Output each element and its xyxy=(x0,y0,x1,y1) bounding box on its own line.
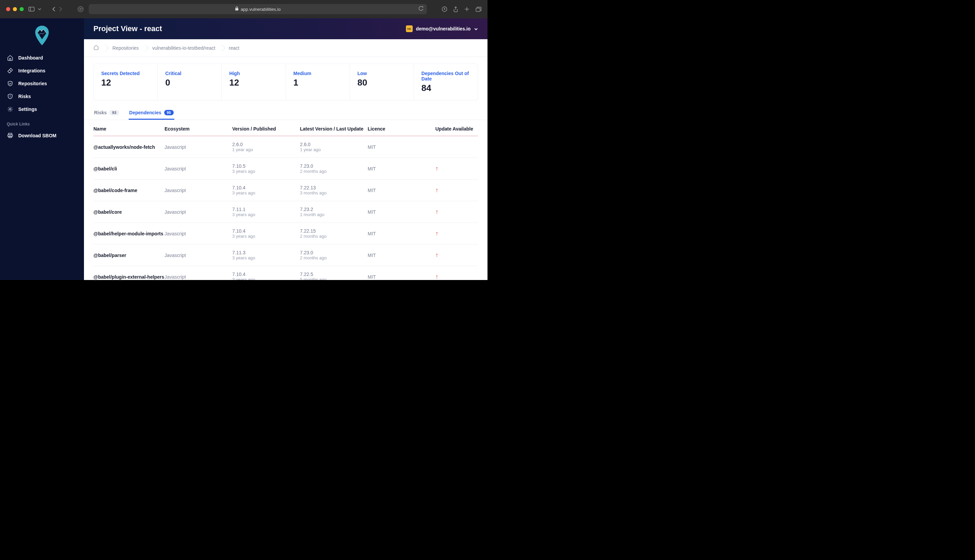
chevron-down-icon xyxy=(474,26,478,32)
col-licence[interactable]: Licence xyxy=(368,126,435,132)
dep-latest: 7.22.152 months ago xyxy=(300,228,368,239)
dep-version: 7.11.13 years ago xyxy=(232,207,300,217)
dep-name: @babel/core xyxy=(94,209,164,215)
app-logo xyxy=(0,25,84,47)
stat-secrets[interactable]: Secrets Detected 12 xyxy=(94,64,158,100)
share-icon[interactable] xyxy=(453,7,458,12)
svg-rect-3 xyxy=(235,8,238,10)
dep-ecosystem: Javascript xyxy=(164,274,232,280)
dep-version: 7.10.43 years ago xyxy=(232,272,300,280)
table-row[interactable]: @babel/plugin-external-helpersJavascript… xyxy=(94,266,478,280)
col-version[interactable]: Version / Published xyxy=(232,126,300,132)
dep-licence: MIT xyxy=(368,188,435,193)
user-menu[interactable]: DE demo@vulnerabilities.io xyxy=(406,25,478,32)
dep-update: ↑ xyxy=(435,252,487,259)
arrow-up-icon: ↑ xyxy=(435,273,438,280)
col-name[interactable]: Name xyxy=(94,126,164,132)
dep-name: @babel/plugin-external-helpers xyxy=(94,274,164,280)
sidebar-item-settings[interactable]: Settings xyxy=(0,103,84,116)
page-header: Project View - react DE demo@vulnerabili… xyxy=(84,18,487,39)
dep-name: @actuallyworks/node-fetch xyxy=(94,144,164,150)
maximize-window[interactable] xyxy=(20,7,24,11)
table-row[interactable]: @actuallyworks/node-fetchJavascript2.6.0… xyxy=(94,136,478,158)
user-email: demo@vulnerabilities.io xyxy=(416,26,471,32)
table-row[interactable]: @babel/helper-module-importsJavascript7.… xyxy=(94,223,478,245)
window-controls xyxy=(6,7,24,11)
dep-ecosystem: Javascript xyxy=(164,166,232,172)
dep-latest: 7.23.02 months ago xyxy=(300,163,368,174)
arrow-up-icon: ↑ xyxy=(435,165,438,172)
dep-licence: MIT xyxy=(368,166,435,172)
stat-low[interactable]: Low 80 xyxy=(350,64,414,100)
dep-ecosystem: Javascript xyxy=(164,253,232,258)
col-update[interactable]: Update Available xyxy=(435,126,487,132)
new-tab-icon[interactable] xyxy=(464,7,470,12)
table-row[interactable]: @babel/cliJavascript7.10.53 years ago7.2… xyxy=(94,158,478,180)
page-title: Project View - react xyxy=(94,24,162,33)
dep-version: 7.11.33 years ago xyxy=(232,250,300,260)
table-row[interactable]: @babel/code-frameJavascript7.10.43 years… xyxy=(94,180,478,201)
tabs-overview-icon[interactable] xyxy=(476,7,482,12)
svg-point-6 xyxy=(10,108,11,110)
sidebar-toggle-icon[interactable] xyxy=(28,7,35,12)
tab-dependencies[interactable]: Dependencies 95 xyxy=(129,107,174,120)
dep-update: ↑ xyxy=(435,165,487,172)
sidebar: Dashboard Integrations Repositories Risk… xyxy=(0,18,84,280)
home-icon xyxy=(7,55,13,61)
col-ecosystem[interactable]: Ecosystem xyxy=(164,126,232,132)
forward-icon[interactable] xyxy=(59,7,62,12)
grammarly-icon[interactable] xyxy=(77,6,84,13)
dep-name: @babel/parser xyxy=(94,253,164,258)
breadcrumb-home[interactable] xyxy=(94,43,105,52)
browser-chrome: app.vulnerabilities.io xyxy=(0,0,487,18)
dep-licence: MIT xyxy=(368,209,435,215)
lock-icon xyxy=(235,7,239,12)
dep-licence: MIT xyxy=(368,231,435,237)
avatar: DE xyxy=(406,25,413,32)
breadcrumb-current: react xyxy=(221,44,246,52)
sidebar-item-risks[interactable]: Risks xyxy=(0,90,84,103)
sidebar-item-dashboard[interactable]: Dashboard xyxy=(0,52,84,64)
sidebar-label: Integrations xyxy=(18,68,45,73)
dep-update: ↑ xyxy=(435,230,487,237)
sidebar-item-download-sbom[interactable]: Download SBOM xyxy=(0,129,84,142)
breadcrumb-project[interactable]: vulnerabilities-io-testbed/react xyxy=(145,44,221,52)
dep-name: @babel/helper-module-imports xyxy=(94,231,164,237)
refresh-icon[interactable] xyxy=(418,6,423,12)
breadcrumb-repositories[interactable]: Repositories xyxy=(105,44,145,52)
minimize-window[interactable] xyxy=(13,7,17,11)
dep-ecosystem: Javascript xyxy=(164,209,232,215)
tabs: Risks 93 Dependencies 95 xyxy=(84,105,487,120)
tab-risks[interactable]: Risks 93 xyxy=(94,107,120,120)
address-bar[interactable]: app.vulnerabilities.io xyxy=(89,4,427,14)
printer-icon xyxy=(7,133,13,138)
back-icon[interactable] xyxy=(52,7,55,12)
dep-licence: MIT xyxy=(368,144,435,150)
arrow-up-icon: ↑ xyxy=(435,252,438,258)
dep-update: ↑ xyxy=(435,273,487,280)
stat-medium[interactable]: Medium 1 xyxy=(286,64,350,100)
chevron-down-icon[interactable] xyxy=(38,8,41,10)
badge-risks-count: 93 xyxy=(109,110,119,115)
dep-version: 7.10.53 years ago xyxy=(232,163,300,174)
badge-deps-count: 95 xyxy=(164,110,174,115)
table-row[interactable]: @babel/parserJavascript7.11.33 years ago… xyxy=(94,245,478,266)
stat-outdated[interactable]: Dependencies Out of Date 84 xyxy=(414,64,478,100)
col-latest[interactable]: Latest Version / Last Update xyxy=(300,126,368,132)
url-text: app.vulnerabilities.io xyxy=(241,7,281,12)
sidebar-item-repositories[interactable]: Repositories xyxy=(0,77,84,90)
home-icon xyxy=(94,46,99,51)
downloads-icon[interactable] xyxy=(442,7,447,12)
sidebar-item-integrations[interactable]: Integrations xyxy=(0,64,84,77)
stat-high[interactable]: High 12 xyxy=(222,64,286,100)
dep-latest: 7.23.02 months ago xyxy=(300,250,368,260)
quick-links-heading: Quick Links xyxy=(0,116,84,129)
dep-update: ↑ xyxy=(435,208,487,215)
close-window[interactable] xyxy=(6,7,10,11)
arrow-up-icon: ↑ xyxy=(435,187,438,193)
stat-critical[interactable]: Critical 0 xyxy=(158,64,222,100)
dep-latest: 2.6.01 year ago xyxy=(300,142,368,152)
svg-rect-8 xyxy=(8,135,13,137)
dep-version: 7.10.43 years ago xyxy=(232,228,300,239)
table-row[interactable]: @babel/coreJavascript7.11.13 years ago7.… xyxy=(94,201,478,223)
